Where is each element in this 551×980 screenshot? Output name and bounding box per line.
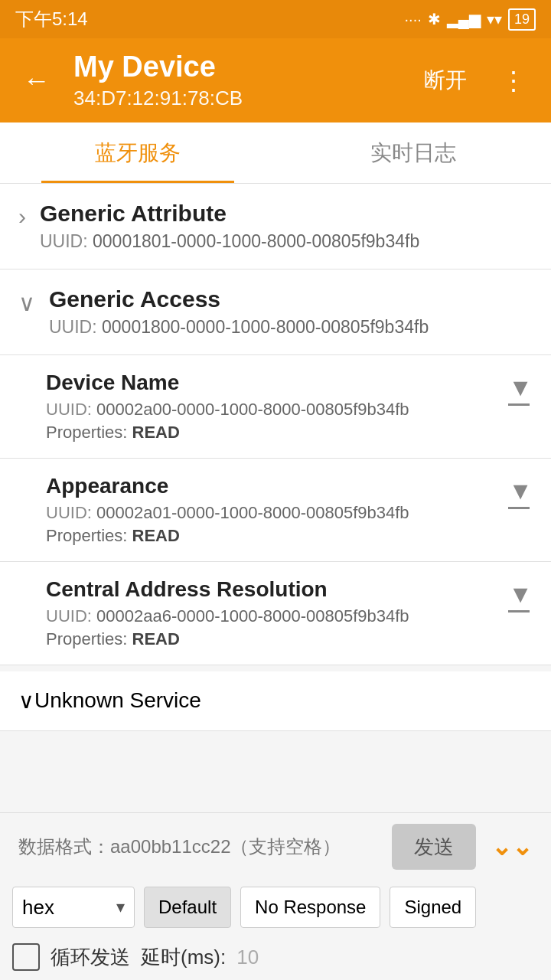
char-props: Properties: READ	[46, 526, 499, 546]
download-icon[interactable]: ▼	[508, 374, 533, 406]
signal-dots-icon: ····	[405, 11, 422, 28]
char-uuid: UUID: 00002aa6-0000-1000-8000-00805f9b34…	[46, 606, 499, 626]
uuid-value: 00002a01-0000-1000-8000-00805f9b34fb	[96, 503, 409, 522]
tab-bluetooth-services[interactable]: 蓝牙服务	[0, 122, 276, 183]
chevron-down-icon: ∨	[18, 289, 35, 316]
props-value: READ	[132, 526, 180, 545]
uuid-label: UUID:	[40, 231, 88, 251]
loop-label: 循环发送	[51, 944, 130, 971]
default-button[interactable]: Default	[144, 887, 231, 928]
data-input-row: 发送 ⌄⌄	[0, 813, 551, 880]
loop-checkbox[interactable]	[12, 943, 40, 971]
device-address: 34:D7:12:91:78:CB	[73, 87, 399, 110]
loop-row: 循环发送 延时(ms): 10	[0, 934, 551, 980]
status-bar: 下午5:14 ···· ✱ ▂▄▆ ▾▾ 19	[0, 0, 551, 38]
battery-icon: 19	[508, 8, 536, 31]
more-options-button[interactable]: ⋮	[491, 59, 536, 102]
characteristic-row-appearance: Appearance UUID: 00002a01-0000-1000-8000…	[0, 459, 551, 562]
char-info: Device Name UUID: 00002a00-0000-1000-800…	[46, 371, 499, 443]
characteristic-row-central-address: Central Address Resolution UUID: 00002aa…	[0, 562, 551, 665]
format-select[interactable]: hex ▾	[12, 887, 135, 928]
char-name: Appearance	[46, 474, 499, 498]
uuid-value: 00001800-0000-1000-8000-00805f9b34fb	[102, 317, 429, 337]
back-button[interactable]: ←	[15, 57, 58, 104]
chevron-down-icon: ∨	[18, 688, 34, 714]
service-row-generic-attribute[interactable]: › Generic Attribute UUID: 00001801-0000-…	[0, 184, 551, 270]
bottom-panel: 发送 ⌄⌄ hex ▾ Default No Response Signed 循…	[0, 812, 551, 980]
char-name: Central Address Resolution	[46, 577, 499, 602]
bluetooth-icon: ✱	[428, 10, 441, 28]
uuid-label: UUID:	[46, 606, 92, 626]
app-bar: ← My Device 34:D7:12:91:78:CB 断开 ⋮	[0, 38, 551, 122]
props-value: READ	[132, 629, 180, 648]
format-row: hex ▾ Default No Response Signed	[0, 880, 551, 934]
content-area: › Generic Attribute UUID: 00001801-0000-…	[0, 184, 551, 915]
no-response-button[interactable]: No Response	[240, 887, 380, 928]
uuid-label: UUID:	[46, 503, 92, 522]
props-label: Properties:	[46, 629, 127, 648]
service-info: Generic Attribute UUID: 00001801-0000-10…	[40, 201, 533, 252]
props-value: READ	[132, 423, 180, 442]
uuid-value: 00002aa6-0000-1000-8000-00805f9b34fb	[96, 606, 409, 626]
service-row-generic-access[interactable]: ∨ Generic Access UUID: 00001800-0000-100…	[0, 270, 551, 355]
service-name: Unknown Service	[34, 688, 201, 713]
device-title: My Device	[73, 51, 399, 83]
char-uuid: UUID: 00002a00-0000-1000-8000-00805f9b34…	[46, 400, 499, 420]
chevron-down-icon: ▾	[116, 897, 125, 917]
cellular-icon: ▂▄▆	[447, 10, 481, 28]
service-info: Unknown Service	[34, 688, 201, 713]
status-time: 下午5:14	[15, 7, 88, 31]
send-button[interactable]: 发送	[392, 824, 476, 870]
uuid-label: UUID:	[49, 317, 97, 337]
format-value: hex	[22, 896, 54, 920]
tabs: 蓝牙服务 实时日志	[0, 122, 551, 184]
service-uuid: UUID: 00001801-0000-1000-8000-00805f9b34…	[40, 231, 533, 252]
download-icon[interactable]: ▼	[508, 477, 533, 509]
delay-label: 延时(ms):	[141, 944, 226, 971]
download-icon[interactable]: ▼	[508, 580, 533, 612]
char-name: Device Name	[46, 371, 499, 395]
char-props: Properties: READ	[46, 423, 499, 443]
service-row-unknown[interactable]: ∨ Unknown Service	[0, 665, 551, 731]
tab-realtime-log[interactable]: 实时日志	[276, 122, 551, 183]
char-info: Appearance UUID: 00002a01-0000-1000-8000…	[46, 474, 499, 546]
chevron-right-icon: ›	[18, 204, 26, 230]
signed-button[interactable]: Signed	[390, 887, 476, 928]
char-info: Central Address Resolution UUID: 00002aa…	[46, 577, 499, 649]
props-label: Properties:	[46, 526, 127, 545]
title-block: My Device 34:D7:12:91:78:CB	[73, 51, 399, 110]
service-name: Generic Attribute	[40, 201, 533, 227]
disconnect-button[interactable]: 断开	[415, 60, 476, 101]
char-props: Properties: READ	[46, 629, 499, 649]
uuid-value: 00002a00-0000-1000-8000-00805f9b34fb	[96, 400, 409, 419]
uuid-value: 00001801-0000-1000-8000-00805f9b34fb	[93, 231, 419, 251]
status-icons: ···· ✱ ▂▄▆ ▾▾ 19	[405, 8, 536, 31]
delay-value: 10	[236, 946, 259, 969]
service-uuid: UUID: 00001800-0000-1000-8000-00805f9b34…	[49, 317, 533, 338]
service-info: Generic Access UUID: 00001800-0000-1000-…	[49, 286, 533, 338]
characteristic-row-device-name: Device Name UUID: 00002a00-0000-1000-800…	[0, 355, 551, 459]
data-input[interactable]	[12, 824, 383, 870]
wifi-icon: ▾▾	[487, 10, 502, 28]
expand-down-button[interactable]: ⌄⌄	[485, 829, 539, 864]
props-label: Properties:	[46, 423, 127, 442]
char-uuid: UUID: 00002a01-0000-1000-8000-00805f9b34…	[46, 503, 499, 523]
service-name: Generic Access	[49, 286, 533, 312]
uuid-label: UUID:	[46, 400, 92, 419]
